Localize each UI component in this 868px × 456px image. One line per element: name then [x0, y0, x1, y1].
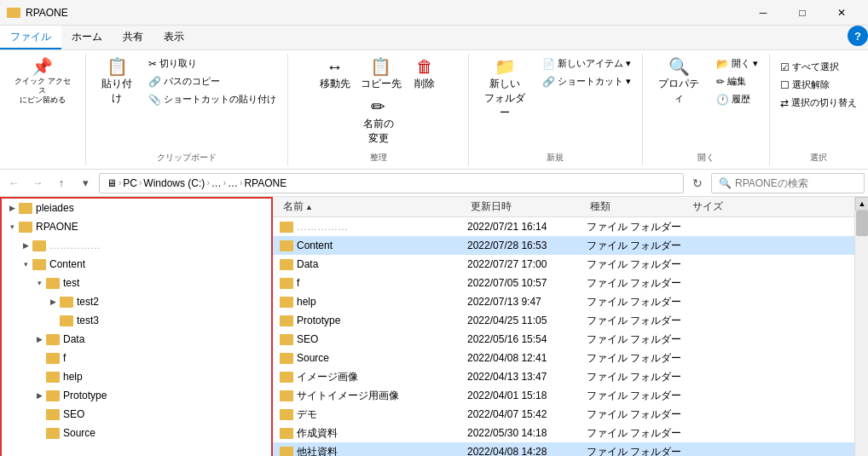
tab-file[interactable]: ファイル: [0, 26, 61, 49]
sidebar-item-data[interactable]: ▶ Data: [2, 330, 271, 349]
sidebar-item-pleiades[interactable]: ▶ pleiades: [2, 199, 271, 217]
nav-up-button[interactable]: ↑: [51, 173, 72, 193]
refresh-button[interactable]: ↻: [687, 173, 708, 193]
sidebar-item-label: ……………: [49, 240, 101, 251]
search-box[interactable]: 🔍: [711, 173, 865, 193]
file-list-area: 名前 ▲ 更新日時 種類 サイズ …………… 2022/07/21 16:14 …: [273, 197, 854, 456]
table-row[interactable]: Content 2022/07/28 16:53 ファイル フォルダー: [273, 236, 854, 255]
file-name: Source: [280, 352, 467, 364]
table-row[interactable]: 他社資料 2022/04/08 14:28 ファイル フォルダー: [273, 442, 854, 456]
move-to-button[interactable]: ↔ 移動先: [315, 55, 355, 94]
table-row[interactable]: イメージ画像 2022/04/13 13:47 ファイル フォルダー: [273, 367, 854, 386]
expand-icon: ▶: [46, 292, 60, 311]
ribbon-group-select: ☑ すべて選択 ☐ 選択解除 ⇄ 選択の切り替え 選択: [770, 54, 868, 165]
sidebar-item-content[interactable]: ▾ Content: [2, 255, 271, 274]
nav-recent-button[interactable]: ▾: [75, 173, 95, 193]
sidebar-item-prototype[interactable]: ▶ Prototype: [2, 386, 271, 405]
sidebar-item-help[interactable]: ▶ help: [2, 367, 271, 386]
restore-button[interactable]: □: [783, 0, 822, 26]
file-date: 2022/04/07 15:42: [467, 408, 587, 420]
file-date: 2022/04/25 11:05: [467, 315, 587, 326]
table-row[interactable]: Source 2022/04/08 12:41 ファイル フォルダー: [273, 349, 854, 367]
rename-button[interactable]: ✏ 名前の変更: [359, 95, 398, 148]
edit-button[interactable]: ✏ 編集: [712, 73, 762, 89]
copy-to-button[interactable]: 📋 コピー先: [356, 55, 406, 94]
new-folder-button[interactable]: 📁 新しいフォルダー: [476, 55, 535, 123]
tab-share[interactable]: 共有: [113, 26, 153, 49]
sidebar-item-f[interactable]: ▶ f: [2, 349, 271, 367]
address-bar: ← → ↑ ▾ 🖥 › PC › Windows (C:) › … › … › …: [0, 170, 868, 197]
folder-icon: [19, 203, 32, 214]
sidebar-item-test[interactable]: ▾ test: [2, 274, 271, 292]
scissors-icon: ✂: [148, 58, 157, 70]
invert-select-button[interactable]: ⇄ 選択の切り替え: [776, 95, 861, 111]
properties-button[interactable]: 🔍 プロパティ: [650, 55, 709, 108]
scroll-thumb[interactable]: [856, 211, 868, 236]
minimize-button[interactable]: ─: [744, 0, 783, 26]
col-header-name[interactable]: 名前 ▲: [280, 199, 467, 214]
file-name: Data: [280, 258, 467, 270]
file-date: 2022/07/13 9:47: [467, 296, 587, 308]
history-button[interactable]: 🕐 履歴: [712, 91, 762, 107]
paste-icon: 📋: [107, 58, 128, 75]
file-type: ファイル フォルダー: [587, 220, 689, 234]
folder-icon: [280, 259, 293, 270]
table-row[interactable]: 作成資料 2022/05/30 14:18 ファイル フォルダー: [273, 424, 854, 442]
close-button[interactable]: ✕: [822, 0, 861, 26]
table-row[interactable]: Prototype 2022/04/25 11:05 ファイル フォルダー: [273, 311, 854, 330]
copy-path-button[interactable]: 🔗 パスのコピー: [144, 73, 281, 89]
sidebar-item-source[interactable]: ▶ Source: [2, 424, 271, 442]
address-field[interactable]: 🖥 › PC › Windows (C:) › … › … › RPAONE: [99, 173, 684, 193]
tab-view[interactable]: 表示: [153, 26, 194, 49]
folder-icon: [46, 372, 60, 383]
scroll-up-button[interactable]: ▲: [855, 197, 868, 211]
ribbon-tabs: ファイル ホーム 共有 表示 ?: [0, 26, 868, 49]
sidebar-item-rpaone[interactable]: ▾ RPAONE: [2, 217, 271, 236]
col-header-size[interactable]: サイズ: [689, 199, 757, 214]
quick-access-pin-button[interactable]: 📌 クイック アクセスにピン留める: [7, 55, 78, 107]
col-header-type[interactable]: 種類: [587, 199, 689, 214]
selectall-icon: ☑: [780, 61, 790, 73]
search-input[interactable]: [735, 177, 863, 189]
table-row[interactable]: …………… 2022/07/21 16:14 ファイル フォルダー: [273, 217, 854, 236]
table-row[interactable]: デモ 2022/04/07 15:42 ファイル フォルダー: [273, 405, 854, 424]
file-date: 2022/05/16 15:54: [467, 333, 587, 345]
shortcut-button[interactable]: 🔗 ショートカット ▾: [538, 73, 635, 89]
table-row[interactable]: サイトイメージ用画像 2022/04/01 15:18 ファイル フォルダー: [273, 386, 854, 405]
help-button[interactable]: ?: [848, 26, 868, 46]
sidebar-item-seo[interactable]: ▶ SEO: [2, 405, 271, 424]
delete-button[interactable]: 🗑 削除: [408, 55, 442, 94]
table-row[interactable]: help 2022/07/13 9:47 ファイル フォルダー: [273, 292, 854, 311]
file-list: …………… 2022/07/21 16:14 ファイル フォルダー Conten…: [273, 217, 854, 456]
sidebar-item-test2[interactable]: ▶ test2: [2, 292, 271, 311]
table-row[interactable]: SEO 2022/05/16 15:54 ファイル フォルダー: [273, 330, 854, 349]
sidebar-item-hidden1[interactable]: ▶ ……………: [2, 236, 271, 255]
table-row[interactable]: f 2022/07/05 10:57 ファイル フォルダー: [273, 274, 854, 292]
cut-button[interactable]: ✂ 切り取り: [144, 55, 281, 72]
new-item-button[interactable]: 📄 新しいアイテム ▾: [538, 55, 635, 72]
sidebar-item-test3[interactable]: ▶ test3: [2, 311, 271, 330]
file-type: ファイル フォルダー: [587, 370, 689, 384]
ribbon-group-new: 📁 新しいフォルダー 📄 新しいアイテム ▾ 🔗 ショートカット ▾ 新規: [469, 54, 643, 165]
paste-shortcut-button[interactable]: 📎 ショートカットの貼り付け: [144, 91, 281, 107]
file-list-header: 名前 ▲ 更新日時 種類 サイズ: [273, 197, 854, 217]
deselect-button[interactable]: ☐ 選択解除: [776, 77, 861, 93]
folder-icon: [46, 390, 60, 401]
table-row[interactable]: Data 2022/07/27 17:00 ファイル フォルダー: [273, 255, 854, 274]
expand-icon: ▶: [19, 236, 32, 255]
scrollbar-right[interactable]: ▲ ▼: [854, 197, 868, 456]
folder-icon: [280, 390, 293, 401]
col-header-date[interactable]: 更新日時: [467, 199, 587, 214]
tab-home[interactable]: ホーム: [61, 26, 113, 49]
open-button[interactable]: 📂 開く ▾: [712, 55, 762, 72]
expand-icon: ▶: [32, 386, 46, 405]
folder-icon: [32, 259, 46, 270]
file-date: 2022/07/28 16:53: [467, 240, 587, 251]
paste-button[interactable]: 📋 貼り付け: [93, 55, 141, 108]
nav-back-button[interactable]: ←: [3, 173, 24, 193]
select-all-button[interactable]: ☑ すべて選択: [776, 59, 861, 75]
nav-forward-button[interactable]: →: [27, 173, 48, 193]
sidebar-item-label: pleiades: [36, 202, 74, 214]
file-name: Content: [280, 240, 467, 251]
file-type: ファイル フォルダー: [587, 314, 689, 328]
